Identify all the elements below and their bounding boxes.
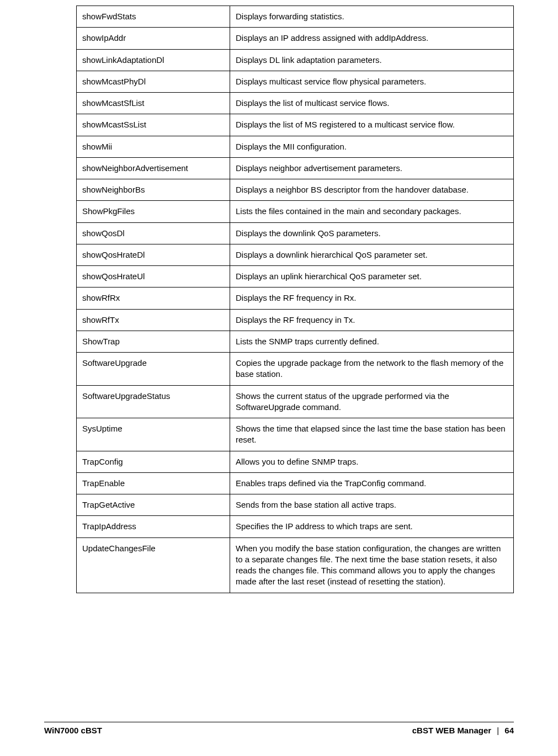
command-description: Displays the downlink QoS parameters. xyxy=(230,222,514,244)
command-name: showLinkAdaptationDl xyxy=(77,49,230,71)
command-description: Displays the RF frequency in Tx. xyxy=(230,309,514,331)
command-description: Displays forwarding statistics. xyxy=(230,6,514,28)
table-row: showLinkAdaptationDlDisplays DL link ada… xyxy=(77,49,514,71)
command-name: showMcastSsList xyxy=(77,114,230,136)
command-description: When you modify the base station configu… xyxy=(230,537,514,593)
command-description: Sends from the base station all active t… xyxy=(230,494,514,516)
command-description: Shows the current status of the upgrade … xyxy=(230,385,514,418)
command-description: Enables traps defined via the TrapConfig… xyxy=(230,472,514,494)
table-row: ShowTrapLists the SNMP traps currently d… xyxy=(77,331,514,352)
table-row: SysUptimeShows the time that elapsed sin… xyxy=(77,418,514,451)
command-name: showFwdStats xyxy=(77,6,230,28)
table-row: showMcastPhyDlDisplays multicast service… xyxy=(77,71,514,92)
table-row: SoftwareUpgradeCopies the upgrade packag… xyxy=(77,353,514,386)
command-description: Allows you to define SNMP traps. xyxy=(230,451,514,472)
command-name: ShowTrap xyxy=(77,331,230,352)
command-description: Displays DL link adaptation parameters. xyxy=(230,49,514,71)
command-name: showMii xyxy=(77,136,230,157)
command-name: SysUptime xyxy=(77,418,230,451)
table-row: UpdateChangesFileWhen you modify the bas… xyxy=(77,537,514,593)
command-name: showQosHrateDl xyxy=(77,244,230,265)
table-row: showMiiDisplays the MII configuration. xyxy=(77,136,514,157)
command-description: Lists the SNMP traps currently defined. xyxy=(230,331,514,352)
table-row: showRfTxDisplays the RF frequency in Tx. xyxy=(77,309,514,331)
command-name: showNeighborAdvertisement xyxy=(77,157,230,179)
command-description: Displays a neighbor BS descriptor from t… xyxy=(230,179,514,201)
table-row: showFwdStatsDisplays forwarding statisti… xyxy=(77,6,514,28)
table-row: ShowPkgFilesLists the files contained in… xyxy=(77,201,514,222)
command-name: showIpAddr xyxy=(77,28,230,49)
table-row: showQosDlDisplays the downlink QoS param… xyxy=(77,222,514,244)
command-name: showQosHrateUl xyxy=(77,266,230,288)
command-name: showMcastPhyDl xyxy=(77,71,230,92)
command-name: ShowPkgFiles xyxy=(77,201,230,222)
table-row: showNeighborAdvertisementDisplays neighb… xyxy=(77,157,514,179)
command-name: showMcastSfList xyxy=(77,93,230,114)
command-description: Specifies the IP address to which traps … xyxy=(230,516,514,537)
command-description: Displays multicast service flow physical… xyxy=(230,71,514,92)
footer-right: cBST WEB Manager | 64 xyxy=(412,726,514,735)
command-name: TrapGetActive xyxy=(77,494,230,516)
command-name: showRfRx xyxy=(77,288,230,309)
table-row: showNeighborBsDisplays a neighbor BS des… xyxy=(77,179,514,201)
table-row: showRfRxDisplays the RF frequency in Rx. xyxy=(77,288,514,309)
command-name: SoftwareUpgrade xyxy=(77,353,230,386)
command-description: Displays the RF frequency in Rx. xyxy=(230,288,514,309)
table-row: showIpAddrDisplays an IP address assigne… xyxy=(77,28,514,49)
table-row: showMcastSsListDisplays the list of MS r… xyxy=(77,114,514,136)
command-description: Copies the upgrade package from the netw… xyxy=(230,353,514,386)
command-name: showRfTx xyxy=(77,309,230,331)
command-name: TrapConfig xyxy=(77,451,230,472)
command-table: showFwdStatsDisplays forwarding statisti… xyxy=(76,6,514,593)
command-description: Displays a downlink hierarchical QoS par… xyxy=(230,244,514,265)
command-description: Displays the list of multicast service f… xyxy=(230,93,514,114)
command-name: TrapEnable xyxy=(77,472,230,494)
command-name: UpdateChangesFile xyxy=(77,537,230,593)
table-row: showQosHrateUlDisplays an uplink hierarc… xyxy=(77,266,514,288)
command-description: Displays an IP address assigned with add… xyxy=(230,28,514,49)
command-name: showQosDl xyxy=(77,222,230,244)
command-name: TrapIpAddress xyxy=(77,516,230,537)
command-description: Displays an uplink hierarchical QoS para… xyxy=(230,266,514,288)
table-row: TrapGetActiveSends from the base station… xyxy=(77,494,514,516)
command-description: Lists the files contained in the main an… xyxy=(230,201,514,222)
command-name: showNeighborBs xyxy=(77,179,230,201)
page-footer: WiN7000 cBST cBST WEB Manager | 64 xyxy=(44,722,514,735)
table-row: SoftwareUpgradeStatusShows the current s… xyxy=(77,385,514,418)
table-row: TrapConfigAllows you to define SNMP trap… xyxy=(77,451,514,472)
table-row: TrapEnableEnables traps defined via the … xyxy=(77,472,514,494)
command-description: Displays the list of MS registered to a … xyxy=(230,114,514,136)
table-row: TrapIpAddressSpecifies the IP address to… xyxy=(77,516,514,537)
table-row: showMcastSfListDisplays the list of mult… xyxy=(77,93,514,114)
command-description: Shows the time that elapsed since the la… xyxy=(230,418,514,451)
command-name: SoftwareUpgradeStatus xyxy=(77,385,230,418)
table-row: showQosHrateDlDisplays a downlink hierar… xyxy=(77,244,514,265)
footer-left: WiN7000 cBST xyxy=(44,726,102,735)
command-description: Displays neighbor advertisement paramete… xyxy=(230,157,514,179)
command-description: Displays the MII configuration. xyxy=(230,136,514,157)
